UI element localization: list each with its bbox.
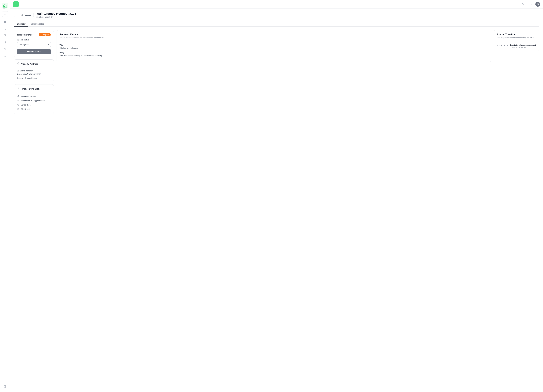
tenant-name-row: Rowan Whitethorn	[17, 94, 51, 98]
update-status-label: Update Status	[17, 39, 51, 41]
location-pin-icon	[17, 62, 19, 65]
main-content: + TJ ← ← All Requests Maintenance Reques…	[10, 0, 543, 392]
page-subtitle: 21 Strand Beach Dr	[36, 16, 76, 18]
back-button[interactable]: ← ← All Requests	[14, 13, 34, 17]
status-badge: In Progress	[39, 33, 51, 36]
svg-rect-8	[5, 28, 5, 29]
body-field-label: Body	[60, 52, 488, 54]
page-header: ← ← All Requests Maintenance Request #10…	[14, 12, 539, 18]
report-icon	[4, 55, 6, 58]
settings-button[interactable]	[2, 384, 8, 390]
page-title: Maintenance Request #103	[36, 12, 76, 16]
calendar-icon	[17, 108, 20, 110]
sun-icon-button[interactable]	[521, 2, 526, 7]
svg-rect-9	[5, 28, 6, 29]
tenant-info-card: Tenant Information Rowan Whitethorn bran…	[14, 84, 54, 114]
title-field-label: Title	[60, 44, 488, 46]
request-status-title: Request Status	[17, 34, 33, 36]
svg-rect-4	[5, 21, 6, 22]
dashboard-icon	[4, 21, 6, 24]
plus-icon: +	[15, 2, 17, 6]
collapse-icon: »	[4, 13, 6, 15]
tenant-dob-row: 02-13-1995	[17, 107, 51, 111]
address-line2: Dana Point, California 92629	[17, 72, 51, 75]
building-icon	[4, 28, 6, 31]
back-arrow-icon: ←	[16, 14, 18, 16]
cards-grid: Request Status In Progress Update Status…	[14, 30, 539, 114]
address-line1: 21 Strand Beach Dr	[17, 69, 51, 72]
sidebar-bottom	[2, 384, 8, 390]
status-select-wrap: In Progress Open Resolved Closed ▼	[17, 42, 51, 47]
county-label: County - Orange County	[17, 77, 51, 79]
svg-point-30	[18, 95, 18, 96]
bell-icon-button[interactable]	[528, 2, 533, 7]
sidebar-item-reports[interactable]	[2, 53, 8, 59]
svg-rect-31	[17, 100, 19, 101]
tab-communication[interactable]: Communication	[28, 21, 47, 27]
svg-rect-5	[4, 22, 5, 23]
topbar-actions: TJ	[521, 2, 540, 7]
body-field-value: The front door is sticking. It's hard to…	[60, 55, 488, 57]
sidebar-item-maintenance[interactable]	[2, 33, 8, 39]
sidebar-item-dashboard[interactable]	[2, 19, 8, 25]
status-select[interactable]: In Progress Open Resolved Closed	[17, 42, 51, 47]
timeline-item: 2:25:00 PM Created maintenance request 6…	[497, 44, 536, 48]
svg-text:ROVER: ROVER	[3, 8, 5, 8]
sidebar-item-financials[interactable]	[2, 46, 8, 53]
tenant-email: brandonlee2013@gmail.com	[21, 100, 45, 102]
page-title-block: Maintenance Request #103 21 Strand Beach…	[36, 12, 76, 18]
svg-point-29	[18, 88, 19, 88]
property-address-title: Property Address	[21, 63, 38, 65]
request-status-card: Request Status In Progress Update Status…	[14, 30, 54, 57]
person-icon	[17, 87, 19, 90]
tabs: Overview Communication	[14, 21, 539, 27]
gear-icon	[4, 385, 6, 388]
clipboard-icon	[4, 34, 6, 38]
dollar-icon	[4, 48, 6, 51]
svg-point-28	[18, 63, 18, 63]
status-timeline-card: Status Timeline Status updates for maint…	[494, 30, 539, 51]
tab-overview[interactable]: Overview	[14, 21, 28, 27]
megaphone-icon	[4, 41, 6, 45]
timeline-dot-wrap	[507, 44, 508, 46]
topbar: + TJ	[10, 0, 543, 8]
tenant-info-title: Tenant Information	[21, 88, 40, 90]
property-address-card: Property Address 21 Strand Beach Dr Dana…	[14, 59, 54, 82]
timeline-event: Created maintenance request	[510, 44, 536, 46]
timeline-time: 2:25:00 PM	[497, 44, 505, 46]
tenant-phone: 7046049747	[21, 104, 31, 106]
timeline-dot	[507, 45, 508, 46]
update-status-button[interactable]: Update Status	[17, 49, 51, 54]
sidebar-toggle-button[interactable]: »	[2, 11, 8, 17]
logo: RENT ROVER	[2, 2, 8, 9]
request-details-title: Request Details	[60, 33, 488, 36]
timeline-date: 6/9/2024, 2:25:00 PM	[510, 46, 536, 48]
timeline-content: Created maintenance request 6/9/2024, 2:…	[510, 44, 536, 48]
sidebar-item-announcements[interactable]	[2, 40, 8, 46]
phone-icon	[17, 103, 20, 106]
timeline-subtitle: Status updates for maintenance request #…	[497, 37, 536, 41]
sidebar: RENT ROVER »	[0, 0, 10, 392]
left-column: Request Status In Progress Update Status…	[14, 30, 54, 114]
tenant-dob: 02-13-1995	[21, 108, 31, 110]
timeline-title: Status Timeline	[497, 33, 536, 36]
request-details-subtitle: Tenant described details for maintenance…	[60, 37, 488, 41]
tenant-email-row: brandonlee2013@gmail.com	[17, 98, 51, 103]
add-button[interactable]: +	[13, 1, 19, 7]
svg-rect-3	[4, 21, 5, 22]
request-details-card: Request Details Tenant described details…	[57, 30, 491, 62]
email-icon	[17, 99, 20, 102]
svg-rect-6	[5, 22, 6, 23]
svg-rect-32	[17, 108, 19, 110]
user-icon	[17, 95, 20, 98]
title-field-value: Kitchen sink is leaking	[60, 47, 488, 49]
tenant-name: Rowan Whitethorn	[21, 95, 36, 97]
sidebar-nav	[2, 19, 8, 382]
tenant-phone-row: 7046049747	[17, 103, 51, 107]
sidebar-item-buildings[interactable]	[2, 26, 8, 32]
svg-point-19	[523, 4, 524, 5]
svg-rect-10	[5, 29, 6, 30]
avatar[interactable]: TJ	[535, 2, 540, 7]
page-content: ← ← All Requests Maintenance Request #10…	[10, 8, 543, 392]
